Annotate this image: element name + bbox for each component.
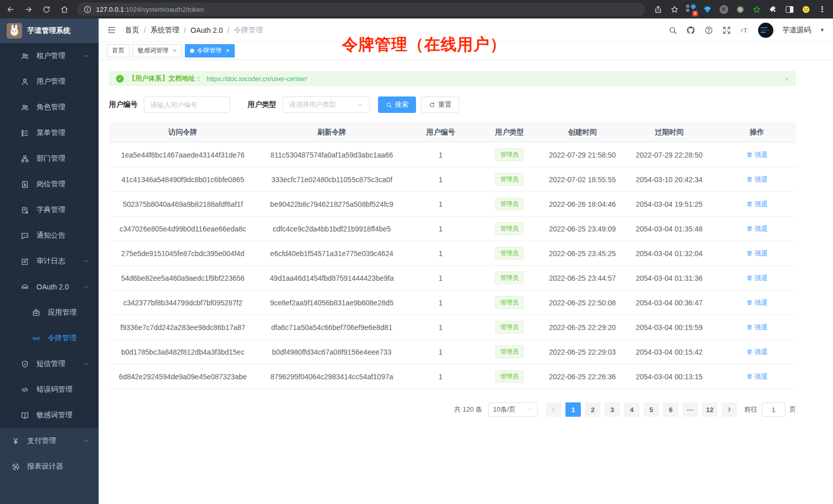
- force-logout-button[interactable]: 强退: [746, 175, 768, 184]
- total-count: 共 120 条: [454, 405, 482, 414]
- goto-page-input[interactable]: [762, 402, 785, 417]
- extensions-grid-icon[interactable]: 9: [686, 5, 695, 14]
- access-token-cell: c342377bf8b344799dcbf7bf095287f2: [109, 299, 257, 307]
- share-icon[interactable]: [653, 5, 662, 14]
- chevron-down-icon: [83, 361, 89, 367]
- menu-dots-icon[interactable]: ⋮: [818, 5, 827, 14]
- search-button[interactable]: 搜索: [378, 96, 416, 113]
- user-type-select[interactable]: 请选择用户类型: [282, 96, 370, 113]
- table-header: 访问令牌刷新令牌用户编号用户类型创建时间过期时间操作: [109, 122, 796, 143]
- reload-icon[interactable]: [42, 5, 51, 14]
- force-logout-button[interactable]: 强退: [746, 372, 768, 381]
- user-type-cell: 管理员: [475, 272, 544, 284]
- page-button-6[interactable]: 6: [663, 402, 678, 417]
- force-logout-button[interactable]: 强退: [746, 298, 768, 307]
- sidebar-item-post-management[interactable]: 岗位管理: [0, 171, 99, 197]
- puzzle-icon[interactable]: [768, 5, 778, 14]
- back-icon[interactable]: [6, 5, 15, 14]
- refresh-token-cell: 8796295f04064c2983414cc54af1097a: [257, 373, 407, 381]
- force-logout-button[interactable]: 强退: [746, 274, 768, 283]
- sidebar-item-dept-management[interactable]: 部门管理: [0, 146, 99, 171]
- breadcrumb-item[interactable]: 首页: [125, 26, 139, 35]
- force-logout-button[interactable]: 强退: [746, 347, 768, 357]
- sidebar-item-oauth2[interactable]: OAuth 2.0: [0, 274, 99, 300]
- sidebar-item-menu-management[interactable]: 菜单管理: [0, 120, 99, 146]
- column-header: 刷新令牌: [257, 128, 407, 137]
- sidebar-item-payment-management[interactable]: 支付管理: [0, 428, 99, 454]
- dict-icon: [21, 206, 29, 215]
- doc-link[interactable]: https://doc.iocoder.cn/user-center/: [206, 75, 307, 83]
- user-id-cell: 1: [407, 348, 475, 356]
- sidebar-item-label: 报表设计器: [27, 462, 63, 471]
- sidebar-item-role-management[interactable]: 角色管理: [0, 94, 99, 120]
- sidebar-item-token-management[interactable]: 令牌管理: [0, 325, 99, 351]
- page-button-3[interactable]: 3: [604, 402, 620, 417]
- fontsize-icon[interactable]: TT: [740, 26, 749, 35]
- svg-text:T: T: [741, 28, 743, 33]
- page-button-1[interactable]: 1: [565, 402, 581, 417]
- record-circle-icon[interactable]: [735, 5, 745, 14]
- prev-page-button[interactable]: [546, 402, 561, 417]
- force-logout-button[interactable]: 强退: [746, 249, 768, 258]
- tag-敏感词管理[interactable]: 敏感词管理×: [132, 44, 182, 57]
- sidebar-item-label: 错误码管理: [36, 385, 72, 394]
- page-size-select[interactable]: 10条/页: [488, 402, 538, 417]
- home-icon[interactable]: [60, 5, 69, 14]
- alert-close-icon[interactable]: ×: [784, 74, 789, 83]
- forward-icon[interactable]: [24, 5, 33, 14]
- user-id-cell: 1: [407, 225, 475, 233]
- sidebar-item-error-code-management[interactable]: 错误码管理: [0, 377, 99, 402]
- page-button-4[interactable]: 4: [624, 402, 639, 417]
- question-icon[interactable]: [704, 26, 713, 35]
- page-unit-label: 页: [789, 405, 796, 414]
- breadcrumb-separator: /: [144, 26, 146, 34]
- split-view-icon[interactable]: [785, 5, 794, 14]
- refresh-token-cell: 811c530487574fa0af1a59d3abc1aa66: [257, 151, 407, 159]
- expire-time-cell: 2054-03-04 19:51:25: [620, 200, 718, 208]
- force-logout-button[interactable]: 强退: [746, 224, 768, 234]
- caret-down-icon[interactable]: ▼: [820, 27, 825, 33]
- tag-close-icon[interactable]: ×: [173, 47, 177, 54]
- force-logout-label: 强退: [754, 323, 768, 332]
- command-circle-icon[interactable]: ⌘: [719, 5, 728, 14]
- page-button-12[interactable]: 12: [702, 402, 717, 417]
- search-icon[interactable]: [668, 26, 677, 35]
- force-logout-button[interactable]: 强退: [746, 323, 768, 332]
- page-button-2[interactable]: 2: [585, 402, 600, 417]
- report-icon: [11, 462, 20, 471]
- org-icon: [21, 154, 29, 163]
- bookmark-star-icon[interactable]: [670, 5, 679, 14]
- breadcrumb-item[interactable]: OAuth 2.0: [191, 26, 223, 34]
- breadcrumb-item[interactable]: 系统管理: [150, 26, 179, 35]
- emoji-avatar-icon[interactable]: [801, 5, 810, 14]
- address-bar[interactable]: 127.0.0.1:1024/system/oauth2/token: [77, 3, 645, 16]
- sidebar-item-audit-log[interactable]: 审计日志: [0, 248, 99, 274]
- fullscreen-icon[interactable]: [722, 26, 731, 35]
- sidebar-item-sms-management[interactable]: 短信管理: [0, 351, 99, 377]
- sidebar-item-dict-management[interactable]: 字典管理: [0, 197, 99, 223]
- github-icon[interactable]: [686, 26, 695, 35]
- collapse-sidebar-icon[interactable]: [107, 25, 117, 35]
- avatar[interactable]: [758, 23, 773, 38]
- force-logout-button[interactable]: 强退: [746, 150, 768, 160]
- sidebar-item-sensitive-word-management[interactable]: 敏感词管理: [0, 402, 99, 428]
- next-page-button[interactable]: [722, 402, 737, 417]
- tag-close-icon[interactable]: ×: [226, 47, 230, 54]
- gem-icon[interactable]: [703, 5, 712, 14]
- tag-首页[interactable]: 首页: [107, 44, 129, 57]
- notice-icon: [21, 231, 29, 240]
- sidebar-item-report-designer[interactable]: 报表设计器: [0, 454, 99, 479]
- sidebar-item-app-management[interactable]: 应用管理: [0, 300, 99, 325]
- page-info-icon[interactable]: [83, 5, 92, 14]
- chevron-down-icon: [83, 53, 89, 59]
- reset-button[interactable]: 重置: [421, 96, 459, 113]
- page-button-5[interactable]: 5: [643, 402, 659, 417]
- force-logout-button[interactable]: 强退: [746, 200, 768, 209]
- sidebar-item-notice-announcement[interactable]: 通知公告: [0, 223, 99, 248]
- sidebar-item-tenant-management[interactable]: 租户管理: [0, 43, 99, 69]
- green-star-icon[interactable]: [752, 5, 761, 14]
- sidebar-item-user-management[interactable]: 用户管理: [0, 69, 99, 94]
- tag-令牌管理[interactable]: 令牌管理×: [185, 44, 235, 57]
- user-id-input[interactable]: [144, 96, 230, 113]
- pagination-ellipsis[interactable]: ···: [683, 402, 698, 417]
